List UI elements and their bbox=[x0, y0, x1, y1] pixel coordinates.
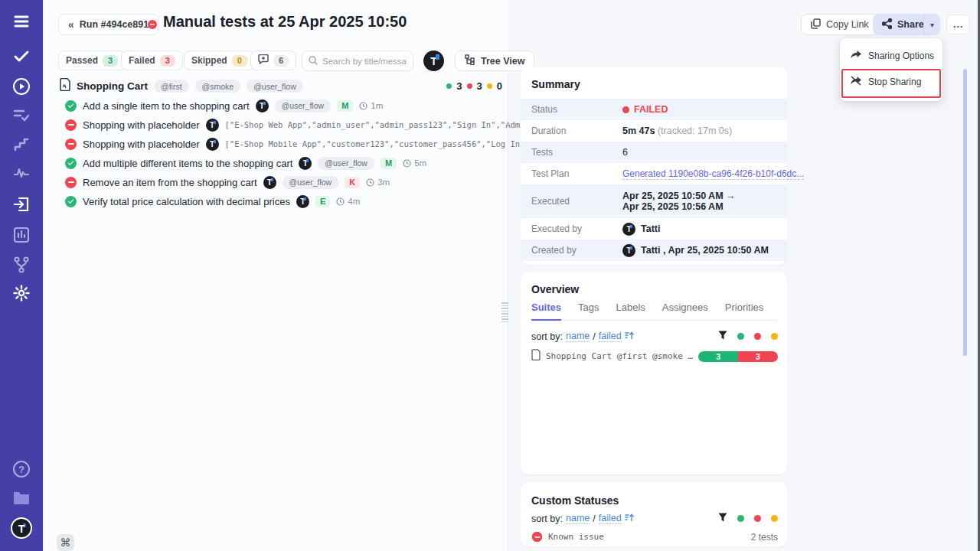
test-row[interactable]: Add a single item to the shopping cart T… bbox=[65, 97, 505, 114]
test-duration: 1m bbox=[359, 101, 383, 110]
test-title: Shopping with placeholder bbox=[83, 139, 200, 150]
tab-priorities[interactable]: Priorities bbox=[725, 302, 764, 313]
custom-status-row[interactable]: Known issue 2 tests bbox=[531, 531, 778, 543]
sort-by-failed-link[interactable]: failed bbox=[599, 513, 622, 524]
test-plans-icon[interactable] bbox=[0, 109, 43, 122]
executed-to: Apr 25, 2025 10:56 AM bbox=[622, 201, 736, 212]
avatar-accent bbox=[436, 54, 439, 60]
failed-filter-dot[interactable] bbox=[754, 333, 761, 340]
sort-by-name-link[interactable]: name bbox=[566, 513, 590, 524]
runs-icon[interactable] bbox=[0, 77, 43, 96]
passed-count-badge: 3 bbox=[103, 55, 118, 67]
menu-item-sharing-options[interactable]: Sharing Options bbox=[840, 43, 942, 69]
test-letter-badge[interactable]: K bbox=[345, 177, 360, 188]
help-icon[interactable]: ? bbox=[0, 460, 43, 478]
import-icon[interactable] bbox=[0, 196, 43, 213]
steps-icon[interactable] bbox=[0, 138, 43, 152]
back-button-label: Run #494ce891 bbox=[80, 19, 149, 30]
test-tag[interactable]: @user_flow bbox=[275, 99, 332, 112]
passed-filter-button[interactable]: Passed 3 bbox=[58, 51, 126, 70]
vertical-scrollbar-thumb[interactable] bbox=[963, 69, 967, 356]
overview-sort-row: sort by: name / failed bbox=[531, 331, 778, 342]
summary-row-duration: Duration 5m 47s (tracked: 17m 0s) bbox=[521, 120, 787, 142]
failed-filter-button[interactable]: Failed 3 bbox=[121, 51, 183, 70]
search-input[interactable] bbox=[322, 57, 407, 66]
assignee-filter-avatar[interactable]: T bbox=[423, 51, 444, 71]
overview-tabs: Suites Tags Labels Assignees Priorities bbox=[531, 302, 776, 321]
double-chevron-left-icon: « bbox=[68, 18, 74, 31]
share-label: Share bbox=[897, 19, 924, 30]
tab-suites[interactable]: Suites bbox=[531, 302, 561, 313]
test-row[interactable]: Shopping with placeholder T ["E-Shop Mob… bbox=[65, 135, 505, 152]
tree-view-button[interactable]: Tree View bbox=[455, 51, 534, 71]
test-letter-badge[interactable]: M bbox=[381, 158, 397, 169]
account-avatar[interactable]: T bbox=[0, 517, 43, 539]
projects-folder-icon[interactable] bbox=[0, 490, 43, 505]
sort-direction-icon[interactable] bbox=[625, 331, 634, 342]
overview-suite-row[interactable]: Shopping Cart @first @smoke … 3 3 bbox=[531, 349, 778, 364]
suite-tag[interactable]: @first bbox=[154, 80, 189, 93]
status-failed-value: FAILED bbox=[622, 104, 668, 115]
test-row[interactable]: Remove an item from the shopping cart T … bbox=[65, 174, 505, 191]
test-plan-link[interactable]: Generated 1190e08b-ca96-4f26-b10f-d6dc..… bbox=[622, 168, 804, 180]
test-tag[interactable]: @user_flow bbox=[318, 157, 374, 170]
tests-icon[interactable] bbox=[0, 50, 43, 64]
suite-tag[interactable]: @smoke bbox=[195, 80, 241, 93]
more-options-button[interactable]: ... bbox=[946, 15, 970, 34]
menu-item-stop-sharing[interactable]: Stop Sharing bbox=[840, 69, 942, 95]
suite-tag[interactable]: @user_flow bbox=[247, 80, 303, 93]
summary-heading: Summary bbox=[531, 78, 580, 90]
filter-funnel-icon[interactable] bbox=[718, 331, 727, 342]
tab-tags[interactable]: Tags bbox=[578, 302, 599, 313]
copy-link-button[interactable]: Copy Link bbox=[801, 14, 879, 35]
overview-suite-label: Shopping Cart @first @smoke … bbox=[546, 351, 693, 361]
tree-view-label: Tree View bbox=[481, 56, 524, 67]
test-data-code: ["E-Shop Web App","admin_user","admin_pa… bbox=[225, 120, 535, 129]
summary-row-executed-by: Executed by T Tatti bbox=[521, 218, 787, 240]
menu-icon[interactable] bbox=[0, 14, 43, 29]
comments-filter-button[interactable]: 6 bbox=[250, 51, 296, 70]
skipped-filter-button[interactable]: Skipped 0 bbox=[184, 51, 255, 70]
share-icon bbox=[882, 18, 892, 31]
test-tag[interactable]: @user_flow bbox=[283, 176, 339, 189]
created-by-value: Tatti , Apr 25, 2025 10:50 AM bbox=[641, 245, 769, 256]
test-assignee-avatar: T bbox=[296, 195, 309, 208]
tab-labels[interactable]: Labels bbox=[616, 302, 645, 313]
filter-funnel-icon[interactable] bbox=[718, 513, 727, 524]
svg-text:?: ? bbox=[18, 464, 24, 475]
failed-status-icon bbox=[65, 119, 77, 131]
command-key-badge[interactable]: ⌘ bbox=[57, 534, 74, 551]
sort-by-label: sort by: bbox=[531, 331, 563, 342]
passed-filter-dot[interactable] bbox=[737, 515, 744, 522]
command-key-icon: ⌘ bbox=[60, 536, 71, 549]
suite-status-bar[interactable]: 3 3 bbox=[698, 351, 778, 362]
created-by-avatar: T bbox=[622, 244, 635, 257]
sort-by-failed-link[interactable]: failed bbox=[599, 331, 622, 342]
failed-filter-dot[interactable] bbox=[754, 515, 761, 522]
summary-row-tests: Tests 6 bbox=[521, 142, 787, 163]
failed-dot bbox=[467, 83, 472, 89]
suite-header[interactable]: Shopping Cart @first @smoke @user_flow 3… bbox=[60, 78, 502, 94]
test-row[interactable]: Add multiple different items to the shop… bbox=[65, 155, 505, 171]
clock-icon bbox=[359, 102, 368, 110]
suite-file-icon bbox=[60, 78, 70, 94]
branches-icon[interactable] bbox=[0, 256, 43, 273]
test-row[interactable]: Verify total price calculation with deci… bbox=[65, 193, 505, 210]
tab-assignees[interactable]: Assignees bbox=[662, 302, 708, 313]
analytics-icon[interactable] bbox=[0, 167, 43, 179]
settings-gear-icon[interactable] bbox=[0, 285, 43, 302]
reports-icon[interactable] bbox=[0, 227, 43, 243]
sort-direction-icon[interactable] bbox=[625, 514, 634, 524]
panel-resize-handle[interactable] bbox=[501, 302, 508, 322]
test-letter-badge[interactable]: E bbox=[315, 196, 330, 207]
test-title: Remove an item from the shopping cart bbox=[83, 177, 257, 188]
skipped-filter-dot[interactable] bbox=[771, 333, 778, 340]
back-to-run-button[interactable]: « Run #494ce891 bbox=[58, 14, 158, 35]
sort-by-name-link[interactable]: name bbox=[566, 331, 590, 342]
test-row[interactable]: Shopping with placeholder T ["E-Shop Web… bbox=[65, 116, 505, 133]
comments-count-badge: 6 bbox=[273, 55, 289, 67]
passed-filter-dot[interactable] bbox=[737, 333, 744, 340]
test-letter-badge[interactable]: M bbox=[337, 100, 353, 112]
skipped-filter-dot[interactable] bbox=[771, 515, 778, 522]
share-dropdown-caret[interactable]: ▾ bbox=[923, 14, 940, 35]
